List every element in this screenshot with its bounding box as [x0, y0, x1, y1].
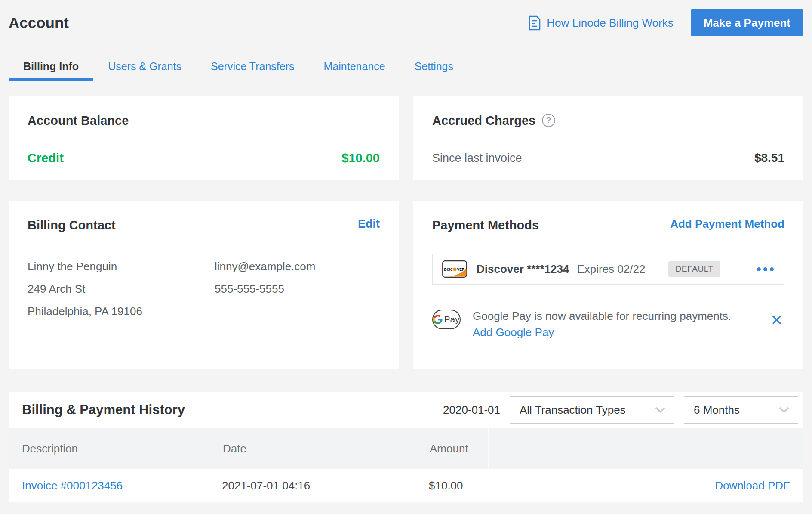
help-icon[interactable]: ?: [542, 114, 555, 127]
contact-address-line1: 249 Arch St: [28, 278, 215, 300]
card-divider: [432, 138, 784, 138]
google-g-icon: [433, 315, 443, 324]
invoice-link[interactable]: Invoice #000123456: [22, 479, 123, 492]
card-expiry: Expires 02/22: [577, 263, 645, 276]
svg-text:VER: VER: [457, 267, 465, 272]
column-header-description: Description: [9, 428, 209, 469]
contact-address-line2: Philadelphia, PA 19106: [28, 300, 215, 322]
edit-contact-link[interactable]: Edit: [358, 217, 380, 231]
add-payment-method-link[interactable]: Add Payment Method: [670, 217, 784, 231]
tab-maintenance[interactable]: Maintenance: [309, 54, 400, 81]
transaction-type-value: All Transaction Types: [520, 403, 626, 417]
tab-users-grants[interactable]: Users & Grants: [93, 54, 196, 81]
balance-status-label: Credit: [28, 151, 64, 165]
date-range-value: 6 Months: [694, 403, 740, 417]
add-google-pay-link[interactable]: Add Google Pay: [473, 326, 554, 339]
google-pay-message: Google Pay is now available for recurrin…: [473, 309, 731, 323]
google-pay-logo-text: Pay: [444, 314, 459, 325]
svg-text:DISC: DISC: [444, 267, 453, 272]
column-header-date: Date: [209, 428, 409, 469]
payment-methods-card: Payment Methods Add Payment Method DISC …: [413, 201, 803, 369]
page-header: Account How Linode Billing Works Make a …: [9, 9, 803, 36]
billing-history-header: Billing & Payment History 2020-01-01 All…: [9, 392, 803, 428]
invoice-amount: $10.00: [409, 479, 488, 492]
billing-history-section: Billing & Payment History 2020-01-01 All…: [9, 392, 803, 502]
column-header-amount: Amount: [409, 428, 488, 469]
table-row: Invoice #000123456 2021-07-01 04:16 $10.…: [9, 469, 803, 502]
document-icon: [528, 15, 541, 31]
history-table-header: Description Date Amount: [9, 428, 803, 469]
chevron-down-icon: [655, 407, 665, 413]
date-range-select[interactable]: 6 Months: [684, 396, 798, 424]
billing-docs-link[interactable]: How Linode Billing Works: [528, 15, 673, 31]
tab-billing-info[interactable]: Billing Info: [9, 54, 93, 81]
accrued-charges-title: Accrued Charges: [432, 113, 535, 128]
account-balance-card: Account Balance Credit $10.00: [9, 96, 399, 180]
close-icon[interactable]: [769, 312, 784, 329]
payment-methods-title: Payment Methods: [432, 217, 539, 233]
contact-info-column: linny@example.com 555-555-5555: [215, 255, 380, 322]
invoice-date: 2021-07-01 04:16: [209, 479, 409, 492]
accrued-charges-amount: $8.51: [754, 151, 784, 165]
header-actions: How Linode Billing Works Make a Payment: [528, 9, 803, 36]
google-pay-banner: Pay Google Pay is now available for recu…: [432, 309, 784, 339]
tab-settings[interactable]: Settings: [400, 54, 468, 81]
default-badge: DEFAULT: [668, 261, 720, 277]
history-start-date: 2020-01-01: [443, 403, 500, 417]
tab-service-transfers[interactable]: Service Transfers: [196, 54, 309, 81]
contact-name: Linny the Penguin: [28, 255, 215, 278]
contact-email: linny@example.com: [215, 255, 380, 278]
make-payment-button[interactable]: Make a Payment: [691, 9, 803, 36]
download-pdf-link[interactable]: Download PDF: [715, 479, 790, 492]
google-pay-logo: Pay: [432, 310, 461, 329]
billing-history-title: Billing & Payment History: [22, 402, 185, 418]
billing-contact-title: Billing Contact: [28, 217, 116, 233]
billing-contact-card: Billing Contact Edit Linny the Penguin 2…: [9, 201, 399, 369]
chevron-down-icon: [779, 407, 789, 413]
discover-logo: DISC VER: [442, 260, 467, 278]
card-label: Discover ****1234: [477, 263, 569, 276]
billing-page: Account How Linode Billing Works Make a …: [0, 9, 812, 502]
history-filters: 2020-01-01 All Transaction Types 6 Month…: [443, 396, 800, 424]
accrued-charges-card: Accrued Charges ? Since last invoice $8.…: [413, 96, 803, 180]
summary-cards-row: Account Balance Credit $10.00 Accrued Ch…: [9, 96, 803, 180]
column-header-actions: [488, 428, 803, 469]
contact-address-column: Linny the Penguin 249 Arch St Philadelph…: [28, 255, 215, 322]
account-balance-title: Account Balance: [28, 113, 129, 128]
contact-phone: 555-555-5555: [215, 278, 380, 300]
payment-method-row: DISC VER Discover ****1234 Expires 02/22…: [432, 254, 784, 285]
account-tabs: Billing Info Users & Grants Service Tran…: [9, 54, 803, 81]
accrued-charges-label: Since last invoice: [432, 152, 522, 165]
contact-details: Linny the Penguin 249 Arch St Philadelph…: [28, 255, 380, 322]
page-title: Account: [9, 14, 69, 31]
card-divider: [28, 138, 380, 138]
card-actions-menu[interactable]: [756, 265, 775, 274]
balance-amount: $10.00: [341, 151, 380, 165]
billing-docs-link-label: How Linode Billing Works: [547, 16, 673, 30]
transaction-type-select[interactable]: All Transaction Types: [510, 396, 674, 424]
detail-cards-row: Billing Contact Edit Linny the Penguin 2…: [9, 201, 803, 369]
